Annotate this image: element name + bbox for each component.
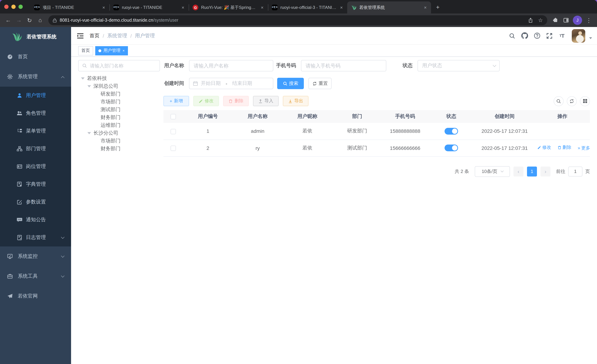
tree-node[interactable]: 测试部门: [78, 106, 160, 114]
tree-node[interactable]: 长沙分公司: [78, 129, 160, 137]
tab-close-icon[interactable]: ✕: [259, 5, 265, 10]
edit-button[interactable]: 修改: [193, 96, 219, 106]
import-button[interactable]: 导入: [253, 96, 279, 106]
tab-close-icon[interactable]: ✕: [338, 5, 344, 10]
user-avatar[interactable]: [572, 29, 585, 42]
sidebar-item-param-settings[interactable]: 参数设置: [0, 193, 71, 211]
sidebar-item-notice[interactable]: 通知公告: [0, 211, 71, 229]
new-tab-button[interactable]: +: [433, 3, 442, 12]
sidebar-item-role-mgmt[interactable]: 角色管理: [0, 104, 71, 122]
row-checkbox[interactable]: [171, 129, 176, 134]
sidebar-item-system-tools[interactable]: 系统工具: [0, 266, 71, 286]
tag-home[interactable]: 首页: [78, 46, 93, 55]
sidebar-item-system-monitor[interactable]: 系统监控: [0, 247, 71, 266]
tree-node[interactable]: 研发部门: [78, 90, 160, 98]
reset-button[interactable]: 重置: [308, 78, 331, 89]
phone-input[interactable]: [301, 60, 386, 71]
username-input[interactable]: [189, 60, 273, 71]
table-row[interactable]: 2 ry 若依 测试部门 15666666666 2022-05-17 12:0…: [164, 139, 590, 156]
browser-profile-avatar[interactable]: J: [573, 16, 582, 25]
browser-tab[interactable]: <t> 项目 - TITANIDE ✕: [31, 1, 110, 14]
next-page-button[interactable]: ›: [541, 166, 550, 176]
date-range-picker[interactable]: 开始日期 - 结束日期: [189, 78, 273, 89]
sidebar-item-log-mgmt[interactable]: 日志管理: [0, 229, 71, 247]
extensions-puzzle-icon[interactable]: [551, 16, 560, 25]
sidebar-item-system-mgmt[interactable]: 系统管理: [0, 67, 71, 87]
sidebar-item-dict-mgmt[interactable]: 字典管理: [0, 175, 71, 193]
zoom-window-button[interactable]: [18, 5, 23, 9]
close-window-button[interactable]: [4, 5, 8, 9]
back-icon[interactable]: ←: [4, 16, 13, 25]
tree-node[interactable]: 财务部门: [78, 145, 160, 153]
table-row[interactable]: 1 admin 若依 研发部门 15888888888 2022-05-17 1…: [164, 123, 590, 139]
browser-tab[interactable]: <t> ruoyi-vue - TITANIDE ✕: [110, 1, 189, 14]
search-button[interactable]: 搜索: [277, 78, 304, 89]
sidebar-item-user-mgmt[interactable]: 用户管理: [0, 87, 71, 104]
column-settings-grid-icon[interactable]: [580, 96, 590, 106]
home-icon[interactable]: ⌂: [36, 16, 45, 25]
bookmark-star-icon[interactable]: ☆: [536, 16, 545, 25]
tree-node[interactable]: 深圳总公司: [78, 82, 160, 90]
address-bar[interactable]: 8081-ruoyi-vue-official-3-demo.cloud.tit…: [48, 15, 547, 25]
browser-tab-active[interactable]: 若依管理系统 ✕: [347, 1, 431, 14]
row-edit-link[interactable]: 修改: [537, 145, 551, 151]
tree-node[interactable]: 若依科技: [78, 75, 160, 82]
avatar-dropdown-caret-icon[interactable]: [589, 37, 592, 39]
current-page-button[interactable]: 1: [527, 166, 537, 176]
sidebar-collapse-icon[interactable]: [77, 32, 84, 39]
page-size-select[interactable]: 10条/页: [475, 166, 510, 177]
browser-menu-kebab-icon[interactable]: ⋮: [584, 16, 593, 25]
tag-user-mgmt-active[interactable]: 用户管理 ×: [95, 46, 128, 55]
row-delete-link[interactable]: 删除: [558, 145, 571, 151]
titanide-favicon-icon: <t>: [113, 5, 119, 10]
breadcrumb-home[interactable]: 首页: [90, 32, 100, 39]
sidebar-item-post-mgmt[interactable]: 岗位管理: [0, 158, 71, 175]
goto-page-input[interactable]: [568, 166, 582, 176]
sidebar-item-official-site[interactable]: 若依官网: [0, 286, 71, 306]
row-checkbox[interactable]: [171, 146, 176, 151]
sidebar-item-menu-mgmt[interactable]: 菜单管理: [0, 122, 71, 140]
select-all-checkbox[interactable]: [171, 114, 176, 119]
tree-node[interactable]: 市场部门: [78, 98, 160, 106]
dept-search-input[interactable]: [90, 63, 156, 68]
tab-close-icon[interactable]: ✕: [101, 5, 107, 10]
fullscreen-icon[interactable]: [544, 30, 555, 41]
status-toggle[interactable]: [445, 145, 458, 151]
font-size-icon[interactable]: TT: [557, 30, 567, 41]
tab-close-icon[interactable]: ✕: [422, 5, 428, 10]
tag-close-icon[interactable]: ×: [123, 49, 125, 53]
caret-down-icon[interactable]: [81, 77, 85, 79]
tab-close-icon[interactable]: ✕: [180, 5, 186, 10]
browser-tab[interactable]: G RuoYi-Vue: 🎉 基于SpringBoot ✕: [189, 1, 268, 14]
minimize-window-button[interactable]: [11, 5, 16, 9]
status-toggle[interactable]: [445, 128, 458, 135]
dept-tree: 若依科技 深圳总公司 研发部门 市场部门 测试部门 财务部门 运维部门 长沙分公…: [78, 75, 160, 153]
sidebar-item-home[interactable]: 首页: [0, 47, 71, 67]
status-select[interactable]: 用户状态: [417, 60, 500, 71]
delete-button[interactable]: 删除: [223, 96, 249, 106]
sidebar-item-label: 参数设置: [26, 199, 46, 205]
toggle-search-icon[interactable]: [554, 96, 564, 106]
row-more-link[interactable]: » 更多: [578, 145, 590, 151]
export-button[interactable]: 导出: [283, 96, 308, 106]
table-header-cell: 用户昵称: [283, 110, 332, 123]
github-icon[interactable]: [519, 30, 530, 41]
browser-tab[interactable]: <t> ruoyi-vue-official-3 - TITANIDE ✕: [268, 1, 347, 14]
refresh-table-icon[interactable]: [567, 96, 577, 106]
cell-phone: 15666666666: [382, 139, 428, 156]
add-button[interactable]: +新增: [164, 96, 189, 106]
caret-down-icon[interactable]: [87, 85, 91, 87]
search-icon[interactable]: [507, 30, 517, 41]
prev-page-button[interactable]: ‹: [513, 166, 523, 176]
tree-node[interactable]: 运维部门: [78, 121, 160, 129]
tree-node[interactable]: 市场部门: [78, 137, 160, 145]
caret-down-icon[interactable]: [87, 132, 91, 134]
share-icon[interactable]: [526, 16, 535, 25]
tree-node[interactable]: 财务部门: [78, 114, 160, 121]
app-logo[interactable]: 若依管理系统: [0, 27, 71, 47]
side-panel-icon[interactable]: [561, 16, 571, 25]
help-question-icon[interactable]: [532, 30, 542, 41]
forward-icon[interactable]: →: [14, 16, 24, 25]
sidebar-item-dept-mgmt[interactable]: 部门管理: [0, 140, 71, 158]
reload-icon[interactable]: ↻: [25, 16, 34, 25]
